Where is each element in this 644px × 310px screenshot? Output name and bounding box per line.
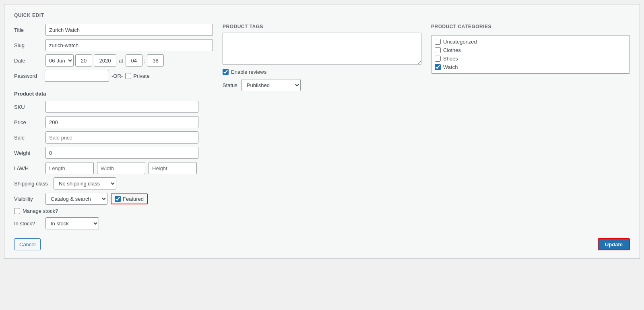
lwh-label: L/W/H	[14, 165, 42, 171]
enable-reviews-label: Enable reviews	[231, 69, 266, 75]
weight-input[interactable]	[45, 147, 198, 159]
product-data-title: Product data	[14, 91, 213, 97]
sku-input[interactable]	[45, 101, 198, 113]
category-item-watch: Watch	[435, 64, 626, 70]
password-label: Password	[14, 73, 42, 79]
visibility-row: Visibility Catalog & search Catalog only…	[14, 193, 213, 205]
width-input[interactable]	[97, 162, 145, 174]
product-categories-title: Product categories	[431, 24, 630, 29]
sale-label: Sale	[14, 135, 42, 141]
main-layout: Title Slug Date 06-Jun at	[14, 24, 630, 233]
status-select[interactable]: Published Draft Pending review Private	[242, 79, 301, 91]
colon-separator: :	[144, 58, 146, 64]
enable-reviews-row: Enable reviews	[223, 69, 421, 75]
category-label-watch: Watch	[443, 64, 458, 70]
private-checkbox[interactable]	[125, 73, 131, 79]
visibility-select[interactable]: Catalog & search Catalog only Search onl…	[45, 193, 107, 205]
in-stock-row: In stock? In stock Out of stock On backo…	[14, 217, 213, 229]
update-button[interactable]: Update	[598, 238, 630, 250]
product-tags-textarea[interactable]	[223, 33, 421, 65]
bottom-row: Cancel Update	[14, 238, 630, 250]
date-year-input[interactable]	[94, 54, 116, 67]
manage-stock-row: Manage stock?	[14, 208, 213, 214]
length-input[interactable]	[45, 162, 94, 174]
category-item-uncategorized: Uncategorized	[435, 39, 626, 45]
date-month-select[interactable]: 06-Jun	[45, 54, 74, 67]
sku-row: SKU	[14, 101, 213, 113]
right-column: Product categories Uncategorized Clothes…	[431, 24, 630, 233]
cancel-button[interactable]: Cancel	[14, 238, 41, 250]
password-row: Password -OR- Private	[14, 70, 213, 82]
visibility-label: Visibility	[14, 196, 42, 202]
sku-label: SKU	[14, 104, 42, 110]
category-item-shoes: Shoes	[435, 56, 626, 62]
left-column: Title Slug Date 06-Jun at	[14, 24, 213, 233]
in-stock-label: In stock?	[14, 221, 42, 227]
sale-input[interactable]	[45, 131, 198, 144]
private-label: Private	[133, 73, 149, 79]
slug-label: Slug	[14, 42, 42, 48]
middle-column: Product tags Enable reviews Status Publi…	[223, 24, 421, 233]
weight-row: Weight	[14, 147, 213, 159]
in-stock-select[interactable]: In stock Out of stock On backorder	[45, 217, 99, 229]
status-row: Status Published Draft Pending review Pr…	[223, 79, 421, 91]
category-checkbox-uncategorized[interactable]	[435, 39, 441, 45]
category-checkbox-watch[interactable]	[435, 64, 441, 70]
category-item-clothes: Clothes	[435, 47, 626, 53]
category-label-uncategorized: Uncategorized	[443, 39, 477, 45]
height-input[interactable]	[149, 162, 197, 174]
date-fields: 06-Jun at :	[45, 54, 164, 67]
title-input[interactable]	[45, 24, 213, 36]
category-checkbox-shoes[interactable]	[435, 56, 441, 62]
featured-label: Featured	[123, 196, 144, 202]
quick-edit-panel: QUICK EDIT Title Slug Date 06-Jun	[4, 4, 640, 259]
featured-checkbox[interactable]	[115, 196, 121, 202]
title-row: Title	[14, 24, 213, 36]
password-input[interactable]	[45, 70, 109, 82]
date-hour-input[interactable]	[126, 54, 142, 67]
slug-row: Slug	[14, 39, 213, 51]
slug-input[interactable]	[45, 39, 213, 51]
category-label-clothes: Clothes	[443, 47, 461, 53]
category-checkbox-clothes[interactable]	[435, 47, 441, 53]
date-label: Date	[14, 58, 42, 64]
status-label: Status	[223, 82, 237, 88]
featured-checkbox-container[interactable]: Featured	[111, 193, 148, 204]
private-checkbox-label[interactable]: Private	[125, 73, 149, 79]
price-label: Price	[14, 119, 42, 125]
date-minute-input[interactable]	[147, 54, 164, 67]
quick-edit-title: QUICK EDIT	[14, 12, 630, 18]
category-label-shoes: Shoes	[443, 56, 458, 62]
shipping-class-select[interactable]: No shipping class	[54, 177, 116, 189]
shipping-class-label: Shipping class	[14, 181, 50, 187]
weight-label: Weight	[14, 150, 42, 156]
date-row: Date 06-Jun at :	[14, 54, 213, 67]
date-day-input[interactable]	[75, 54, 92, 67]
shipping-class-row: Shipping class No shipping class	[14, 177, 213, 189]
categories-box: Uncategorized Clothes Shoes Watch	[431, 35, 630, 74]
or-label: -OR-	[111, 73, 123, 79]
price-input[interactable]	[45, 116, 198, 128]
product-tags-title: Product tags	[223, 24, 421, 29]
enable-reviews-checkbox[interactable]	[223, 69, 229, 75]
lwh-row: L/W/H	[14, 162, 213, 174]
title-label: Title	[14, 27, 42, 33]
manage-stock-checkbox[interactable]	[14, 208, 20, 214]
at-label: at	[118, 58, 124, 64]
manage-stock-label: Manage stock?	[23, 208, 58, 214]
sale-row: Sale	[14, 131, 213, 144]
price-row: Price	[14, 116, 213, 128]
